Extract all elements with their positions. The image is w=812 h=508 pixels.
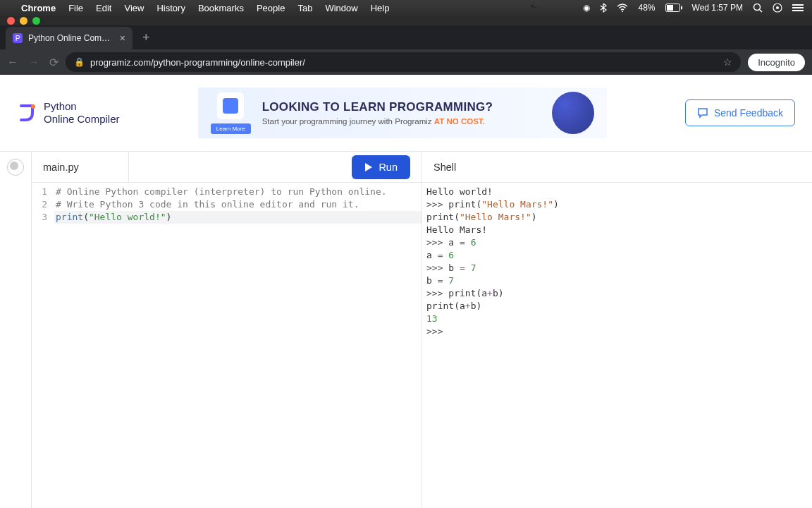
new-tab-button[interactable]: + xyxy=(142,30,150,45)
logo-text-line2: Online Compiler xyxy=(44,113,120,126)
svg-point-11 xyxy=(31,104,35,109)
code-line: # Online Python compiler (interpreter) t… xyxy=(54,186,422,198)
shell-output[interactable]: Hello world! >>> print("Hello Mars!") pr… xyxy=(422,183,812,508)
macos-menubar: Chrome File Edit View History Bookmarks … xyxy=(0,0,812,16)
browser-tabstrip: P Python Online Compiler (Interp × + xyxy=(0,25,812,49)
play-icon xyxy=(364,162,373,172)
banner-subtext: Start your programming journey with Prog… xyxy=(262,117,493,126)
logo-mark-icon xyxy=(17,103,37,123)
forward-button[interactable]: → xyxy=(28,56,39,69)
wifi-icon[interactable] xyxy=(617,4,628,12)
window-minimize-button[interactable] xyxy=(20,17,27,25)
svg-point-4 xyxy=(754,4,761,11)
ide-container: main.py Run 1 2 3 # Online Python compil… xyxy=(0,151,812,508)
reload-button[interactable]: ⟳ xyxy=(49,56,59,69)
run-button[interactable]: Run xyxy=(352,155,410,179)
menu-bookmarks[interactable]: Bookmarks xyxy=(198,3,244,13)
banner-heading: LOOKING TO LEARN PROGRAMMING? xyxy=(262,100,493,114)
site-logo[interactable]: Python Online Compiler xyxy=(17,100,120,126)
chat-icon xyxy=(697,107,708,119)
siri-icon[interactable] xyxy=(773,3,782,13)
lock-icon: 🔒 xyxy=(74,57,85,67)
logo-text-line1: Python xyxy=(44,100,120,113)
svg-line-5 xyxy=(760,10,763,13)
menu-window[interactable]: Window xyxy=(325,3,357,13)
svg-point-7 xyxy=(776,6,779,9)
address-bar[interactable]: 🔒 programiz.com/python-programming/onlin… xyxy=(66,52,741,72)
editor-pane: main.py Run 1 2 3 # Online Python compil… xyxy=(32,152,422,508)
code-line: print("Hello world!") xyxy=(54,211,422,224)
tab-close-button[interactable]: × xyxy=(120,32,125,44)
screen-record-icon[interactable]: ◉ xyxy=(583,3,590,13)
svg-point-0 xyxy=(622,11,623,12)
shell-pane: Shell Hello world! >>> print("Hello Mars… xyxy=(422,152,812,508)
banner-illustration-icon xyxy=(552,92,594,134)
editor-pane-header: main.py Run xyxy=(32,152,422,183)
banner-app-icon xyxy=(217,92,244,119)
back-button[interactable]: ← xyxy=(7,56,18,69)
window-chrome xyxy=(0,16,812,25)
menu-people[interactable]: People xyxy=(257,3,285,13)
file-tab[interactable]: main.py xyxy=(43,152,129,182)
banner-learn-more-button[interactable]: Learn More xyxy=(211,123,251,134)
svg-rect-3 xyxy=(667,5,673,11)
window-close-button[interactable] xyxy=(7,17,15,25)
menu-help[interactable]: Help xyxy=(371,3,390,13)
menu-edit[interactable]: Edit xyxy=(96,3,111,13)
browser-toolbar: ← → ⟳ 🔒 programiz.com/python-programming… xyxy=(0,49,812,75)
menu-file[interactable]: File xyxy=(68,3,83,13)
menu-tab[interactable]: Tab xyxy=(297,3,312,13)
theme-toggle-button[interactable] xyxy=(7,159,24,176)
promo-banner[interactable]: Learn More LOOKING TO LEARN PROGRAMMING?… xyxy=(133,87,672,138)
browser-tab[interactable]: P Python Online Compiler (Interp × xyxy=(6,27,133,49)
svg-rect-2 xyxy=(681,6,682,10)
tab-title: Python Online Compiler (Interp xyxy=(28,33,114,43)
shell-pane-header: Shell xyxy=(422,152,812,183)
battery-percent: 48% xyxy=(638,3,655,13)
spotlight-icon[interactable] xyxy=(753,3,763,13)
clock[interactable]: Wed 1:57 PM xyxy=(692,3,743,13)
line-gutter: 1 2 3 xyxy=(32,186,54,508)
bookmark-star-icon[interactable]: ☆ xyxy=(723,56,732,68)
app-name[interactable]: Chrome xyxy=(21,3,56,13)
battery-icon[interactable] xyxy=(665,4,682,12)
menu-history[interactable]: History xyxy=(156,3,185,13)
url-text: programiz.com/python-programming/online-… xyxy=(90,57,305,68)
ide-sidebar xyxy=(0,152,32,508)
control-center-icon[interactable] xyxy=(792,4,804,12)
incognito-badge: Incognito xyxy=(748,54,805,71)
page-content: Python Online Compiler Learn More LOOKIN… xyxy=(0,75,812,508)
page-header: Python Online Compiler Learn More LOOKIN… xyxy=(0,75,812,151)
bluetooth-icon[interactable] xyxy=(600,3,607,13)
shell-title: Shell xyxy=(433,162,456,173)
menu-view[interactable]: View xyxy=(124,3,144,13)
window-zoom-button[interactable] xyxy=(32,17,40,25)
tab-favicon-icon: P xyxy=(13,33,23,43)
send-feedback-button[interactable]: Send Feedback xyxy=(685,99,795,126)
code-editor[interactable]: 1 2 3 # Online Python compiler (interpre… xyxy=(32,183,422,508)
code-line: # Write Python 3 code in this online edi… xyxy=(54,198,422,211)
